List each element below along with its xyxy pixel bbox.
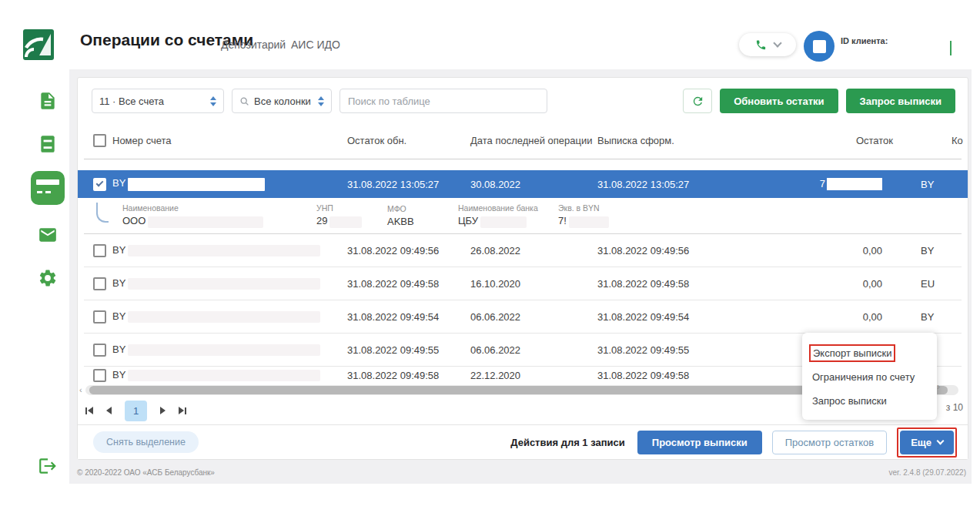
- avatar-redaction: [813, 40, 826, 53]
- cell-account: BY: [111, 369, 346, 381]
- view-statement-button[interactable]: Просмотр выписки: [637, 431, 762, 454]
- cell-balance-updated: 31.08.2022 09:49:58: [346, 370, 469, 381]
- columns-filter-value: Все колонки: [254, 96, 311, 107]
- row-checkbox[interactable]: [93, 277, 106, 290]
- last-page-button[interactable]: [179, 407, 186, 414]
- redaction-box: [128, 311, 320, 323]
- refresh-balances-button[interactable]: Обновить остатки: [720, 89, 838, 113]
- redaction-box: [569, 216, 609, 228]
- cell-currency: EU: [896, 278, 962, 290]
- phone-icon: [755, 39, 767, 51]
- more-button[interactable]: Еще: [900, 431, 954, 454]
- footer-version: ver. 2.4.8 (29.07.2022): [888, 468, 966, 477]
- col-header-balance[interactable]: Остаток: [800, 135, 896, 146]
- cell-balance-updated: 31.08.2022 09:49:54: [346, 311, 469, 323]
- columns-filter-select[interactable]: Все колонки: [232, 89, 332, 113]
- cell-balance-updated: 31.08.2022 09:49:58: [346, 278, 469, 290]
- refresh-icon: [691, 95, 704, 108]
- cell-balance: 0,00: [800, 311, 896, 323]
- select-all-checkbox[interactable]: [93, 134, 106, 147]
- cell-statement-formed: 31.08.2022 09:49:58: [596, 370, 800, 381]
- table-row[interactable]: BY 31.08.2022 09:49:58 16.10.2020 31.08.…: [84, 267, 962, 300]
- scroll-left-arrow-icon[interactable]: ‹: [79, 385, 82, 394]
- redaction-box: [128, 278, 320, 290]
- request-statement-button[interactable]: Запрос выписки: [846, 89, 955, 113]
- row-checkbox-checked[interactable]: [93, 178, 106, 191]
- accounts-filter-value: 11 · Все счета: [99, 96, 164, 107]
- prev-page-button[interactable]: [106, 407, 112, 414]
- logout-button[interactable]: [38, 456, 58, 476]
- menu-item-export-statement[interactable]: Экспорт выписки: [802, 341, 937, 365]
- envelope-icon: [38, 225, 58, 245]
- cell-last-operation: 30.08.2022: [469, 179, 596, 190]
- cell-balance: 7: [800, 178, 896, 191]
- table-row[interactable]: BY 31.08.2022 09:49:54 06.06.2022 31.08.…: [84, 300, 962, 334]
- chevron-down-icon: [937, 438, 945, 445]
- cell-last-operation: 26.08.2022: [469, 245, 596, 256]
- detail-connector-icon: [96, 203, 109, 223]
- pagination: 1: [85, 399, 186, 422]
- cell-balance-updated: 31.08.2022 09:49:55: [346, 344, 469, 356]
- document-icon: [38, 91, 58, 111]
- current-page-button[interactable]: 1: [125, 401, 147, 421]
- cell-currency: BY: [896, 245, 962, 256]
- cell-statement-formed: 31.08.2022 09:49:54: [596, 311, 800, 323]
- search-icon: [239, 96, 249, 106]
- tab-ais-ido[interactable]: АИС ИДО: [291, 39, 340, 51]
- scroll-right-arrow-icon[interactable]: ›: [937, 381, 940, 392]
- cell-currency: BY: [896, 179, 968, 190]
- detail-bank-name: Наименование банка ЦБУ: [458, 203, 558, 227]
- redaction-box: [329, 216, 362, 228]
- gear-icon: [38, 268, 58, 288]
- col-header-balance-updated[interactable]: Остаток обн.: [346, 135, 469, 146]
- app-window: Операции со счетами Депозитарий АИС ИДО …: [0, 0, 980, 523]
- sidebar-item-accounts[interactable]: [31, 171, 65, 205]
- sidebar-item-messages[interactable]: [38, 225, 58, 245]
- redaction-box: [148, 216, 263, 228]
- cell-balance: 0,00: [800, 245, 896, 256]
- table-row[interactable]: BY 31.08.2022 09:49:56 26.08.2022 31.08.…: [84, 234, 962, 267]
- cell-account: BY: [111, 344, 346, 356]
- passbook-icon: [38, 134, 58, 154]
- client-id-label: ID клиента:: [841, 36, 888, 45]
- cell-statement-formed: 31.08.2022 13:05:27: [596, 179, 800, 190]
- detail-name: Наименование ООО: [122, 203, 316, 227]
- sidebar-item-passbook[interactable]: [38, 134, 58, 154]
- row-checkbox[interactable]: [93, 244, 106, 257]
- phone-menu-button[interactable]: [739, 33, 796, 56]
- client-menu-chevron[interactable]: [950, 41, 952, 55]
- sidebar-item-settings[interactable]: [38, 268, 58, 288]
- row-checkbox[interactable]: [93, 344, 106, 357]
- refresh-button[interactable]: [683, 89, 712, 113]
- next-page-button[interactable]: [160, 407, 166, 414]
- cell-currency: BY: [896, 311, 962, 323]
- detail-mfo: МФО AKBB: [387, 204, 458, 227]
- table-row-selected[interactable]: BY 31.08.2022 13:05:27 30.08.2022 31.08.…: [78, 170, 968, 198]
- col-header-currency[interactable]: Ко: [896, 135, 963, 146]
- cell-last-operation: 06.06.2022: [469, 311, 596, 323]
- first-page-button[interactable]: [85, 407, 93, 414]
- cell-statement-formed: 31.08.2022 09:49:55: [596, 344, 800, 356]
- table-header-row: Номер счета Остаток обн. Дата последней …: [84, 122, 962, 159]
- col-header-last-operation[interactable]: Дата последней операции: [469, 135, 596, 146]
- sidebar-item-documents[interactable]: [38, 91, 58, 111]
- annotation-box-more: Еще: [897, 427, 957, 458]
- spinner-chevrons-icon: [312, 96, 324, 106]
- detail-unp: УНП 29: [316, 203, 387, 227]
- detail-byn-equivalent: Экв. в BYN 7!: [558, 203, 962, 227]
- row-checkbox[interactable]: [93, 310, 106, 324]
- col-header-account[interactable]: Номер счета: [111, 135, 346, 146]
- view-balances-button[interactable]: Просмотр остатков: [772, 431, 887, 454]
- col-header-statement-formed[interactable]: Выписка сформ.: [596, 135, 800, 146]
- table-search-input[interactable]: [339, 89, 547, 113]
- redaction-box: [128, 178, 265, 191]
- row-checkbox[interactable]: [93, 369, 106, 382]
- menu-item-request-statement[interactable]: Запрос выписки: [802, 389, 937, 413]
- clear-selection-button[interactable]: Снять выделение: [93, 431, 199, 453]
- accounts-filter-select[interactable]: 11 · Все счета: [92, 89, 224, 113]
- tab-depositary[interactable]: Депозитарий: [221, 39, 286, 51]
- sidebar: [0, 0, 69, 523]
- avatar[interactable]: [804, 31, 835, 62]
- menu-item-account-restrictions[interactable]: Ограничения по счету: [802, 365, 937, 389]
- footer-copyright: © 2020-2022 ОАО «АСБ Беларусбанк»: [77, 468, 215, 477]
